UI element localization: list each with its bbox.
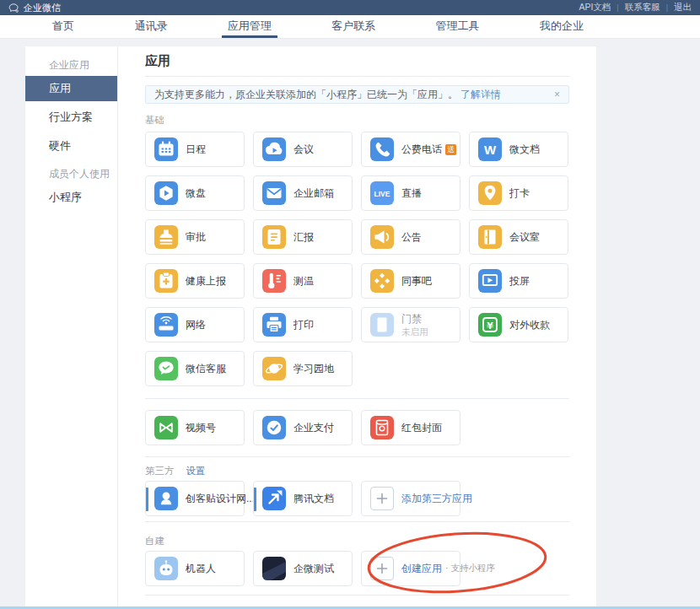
- app-name: 腾讯文档: [293, 492, 334, 506]
- app-grid-self: 机器人企微测试创建应用· 支持小程序: [145, 551, 569, 586]
- app-name: 微信客服: [186, 362, 226, 376]
- app-name: 企业支付: [293, 421, 334, 435]
- app-name: 测温: [293, 274, 314, 288]
- app-label-wrap: 公告: [401, 230, 422, 245]
- app-card-mail[interactable]: 企业邮箱: [253, 175, 353, 211]
- report-icon: [262, 225, 286, 249]
- brand-logo: 企业微信: [8, 2, 61, 14]
- app-label-wrap: 创建应用· 支持小程序: [401, 562, 460, 576]
- app-card-robot[interactable]: 机器人: [145, 551, 245, 586]
- app-card-approval[interactable]: 审批: [145, 219, 245, 255]
- app-card-wedoc[interactable]: W微文档: [469, 132, 568, 167]
- nav-tab-customer-contact[interactable]: 客户联系: [331, 15, 375, 38]
- sidebar-group-header: 企业应用: [25, 58, 117, 73]
- tencent-docs-icon: [262, 487, 286, 510]
- nav-tab-contacts[interactable]: 通讯录: [134, 15, 167, 38]
- app-card-wedrive[interactable]: 微盘: [145, 175, 245, 211]
- app-label-wrap: 视频号: [186, 421, 216, 435]
- app-name: 公费电话: [401, 143, 442, 157]
- router-icon: [154, 313, 178, 337]
- notice-learn-more-link[interactable]: 了解详情: [460, 88, 501, 102]
- app-card-wework-test[interactable]: 企微测试: [253, 551, 353, 586]
- app-card-learning[interactable]: 学习园地: [253, 351, 353, 386]
- app-name: 审批: [186, 230, 206, 245]
- app-card-meeting[interactable]: 会议: [253, 132, 353, 167]
- nav-tab-management-tools[interactable]: 管理工具: [436, 15, 480, 38]
- app-card-corp-pay[interactable]: 企业支付: [253, 410, 353, 445]
- app-name: 直播: [401, 186, 422, 201]
- app-card-health-report[interactable]: 健康上报: [145, 263, 245, 299]
- app-card-meeting-room[interactable]: 会议室: [469, 219, 568, 255]
- svg-text:W: W: [484, 143, 497, 157]
- notice-text: 为支持更多能力，原企业关联添加的「小程序」已统一为「应用」。: [154, 88, 458, 102]
- section-label-text: 第三方: [145, 465, 175, 477]
- app-label-wrap: 企业邮箱: [293, 186, 334, 201]
- app-card-temperature[interactable]: 测温: [253, 263, 353, 299]
- nav-tab-home[interactable]: 首页: [52, 15, 74, 38]
- app-card-report[interactable]: 汇报: [253, 219, 353, 255]
- nav-tab-my-company[interactable]: 我的企业: [540, 15, 584, 38]
- maker-icon: [154, 487, 178, 510]
- app-name: 学习园地: [293, 362, 334, 376]
- app-card-collect-payment[interactable]: ¥对外收款: [469, 307, 568, 342]
- redpacket-icon: [370, 416, 394, 439]
- app-card-print[interactable]: 打印: [253, 307, 353, 342]
- app-label-wrap: 微文档: [509, 143, 540, 157]
- app-label-wrap: 公费电话送: [401, 143, 456, 157]
- app-label-wrap: 微信客服: [186, 362, 226, 376]
- app-name: 日程: [186, 143, 206, 157]
- app-card-channels[interactable]: 视频号: [145, 410, 245, 445]
- collect-icon: ¥: [478, 313, 502, 337]
- banner-close-icon[interactable]: ×: [554, 89, 560, 100]
- section-settings-link[interactable]: 设置: [186, 465, 206, 477]
- app-name: 会议: [293, 143, 314, 157]
- app-card-add-third-party[interactable]: 添加第三方应用: [361, 481, 460, 516]
- kefu-icon: [154, 357, 178, 380]
- sidebar-item-hardware[interactable]: 硬件: [25, 133, 117, 159]
- plus-icon: [370, 557, 394, 580]
- app-card-door-access[interactable]: 门禁未启用: [361, 307, 460, 342]
- topbar-link-separator: |: [666, 3, 668, 12]
- app-card-announcement[interactable]: 公告: [361, 219, 460, 255]
- topbar-link-api-docs[interactable]: API文档: [579, 2, 611, 13]
- app-name: 对外收款: [509, 318, 550, 332]
- app-card-screen-cast[interactable]: 投屏: [469, 263, 568, 299]
- app-name: 创建应用: [401, 562, 442, 576]
- sidebar-item-mini-programs[interactable]: 小程序: [25, 185, 117, 210]
- app-label-wrap: 腾讯文档: [293, 492, 334, 506]
- app-card-tencent-docs[interactable]: 腾讯文档: [253, 481, 353, 516]
- app-card-calendar[interactable]: 日程: [145, 132, 245, 167]
- app-sub-status: 未启用: [401, 327, 428, 337]
- topbar-link-logout[interactable]: 退出: [674, 2, 692, 13]
- app-card-create-app[interactable]: 创建应用· 支持小程序: [361, 551, 460, 586]
- app-label-wrap: 红包封面: [401, 421, 442, 435]
- app-stripe: [254, 488, 256, 511]
- app-card-chuangkit[interactable]: 创客贴设计网...: [145, 481, 245, 516]
- door-icon: [478, 225, 502, 249]
- app-card-checkin[interactable]: 打卡: [469, 175, 568, 211]
- app-card-network[interactable]: 网络: [145, 307, 245, 342]
- sidebar-item-industry-solutions[interactable]: 行业方案: [25, 105, 117, 130]
- app-label-wrap: 日程: [186, 143, 206, 157]
- app-card-live[interactable]: LIVE直播: [361, 175, 460, 211]
- sidebar-item-apps[interactable]: 应用: [25, 76, 117, 101]
- wework-bubble-icon: [8, 3, 19, 13]
- app-label-wrap: 门禁未启用: [401, 312, 428, 337]
- app-card-red-packet-cover[interactable]: 红包封面: [361, 410, 460, 445]
- app-name: 打卡: [509, 186, 530, 201]
- content-panel: 企业应用应用行业方案硬件成员个人使用小程序 应用 为支持更多能力，原企业关联添加…: [25, 46, 596, 609]
- app-label-wrap: 学习园地: [293, 362, 334, 376]
- app-stripe: [146, 488, 148, 511]
- app-card-colleagues[interactable]: 同事吧: [361, 263, 460, 299]
- app-name: 投屏: [509, 274, 530, 288]
- pay-icon: [262, 416, 286, 439]
- app-label-wrap: 直播: [401, 186, 422, 201]
- cast-icon: [478, 269, 502, 293]
- app-label-wrap: 审批: [186, 230, 206, 245]
- app-card-wechat-kefu[interactable]: 微信客服: [145, 351, 245, 386]
- nav-tab-app-management[interactable]: 应用管理: [228, 15, 272, 38]
- thermometer-icon: [262, 269, 286, 293]
- topbar-link-support[interactable]: 联系客服: [625, 2, 660, 13]
- topbar-links: API文档|联系客服|退出: [579, 2, 692, 13]
- app-card-paid-call[interactable]: 公费电话送: [361, 132, 460, 167]
